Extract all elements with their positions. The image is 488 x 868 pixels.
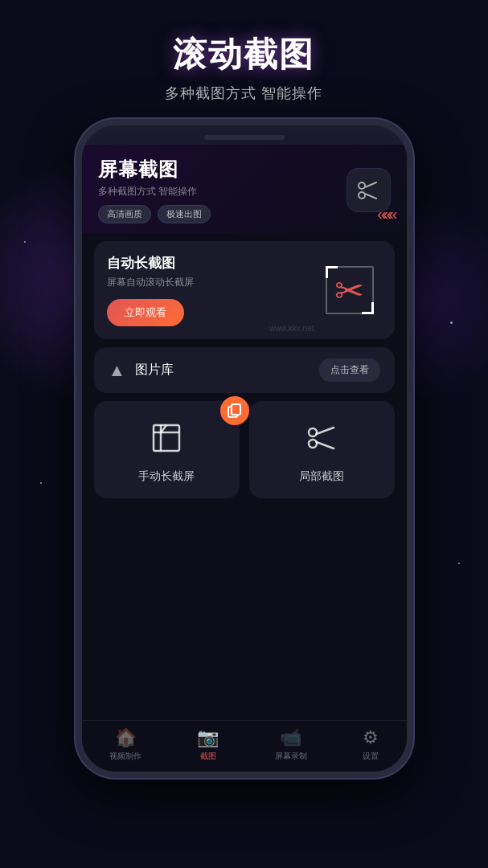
- phone-notch: [204, 135, 285, 140]
- nav-item-record[interactable]: 📹 屏幕录制: [275, 727, 307, 762]
- tag-row: 高清画质 极速出图: [98, 205, 211, 223]
- svg-line-13: [317, 442, 334, 448]
- nav-item-settings[interactable]: ⚙ 设置: [363, 727, 379, 762]
- svg-line-3: [365, 194, 376, 199]
- bottom-grid: 手动长截屏 局部截图: [94, 401, 395, 498]
- nav-label-settings: 设置: [363, 751, 379, 762]
- screenshot-icon: 📷: [197, 727, 219, 748]
- svg-rect-6: [154, 425, 179, 451]
- copy-icon: [228, 403, 242, 418]
- crop-svg-icon: [150, 421, 183, 455]
- gallery-section: ▲ 图片库 点击查看: [94, 347, 395, 393]
- particle: [450, 321, 453, 324]
- particle: [24, 241, 26, 243]
- app-title-row: 屏幕截图 多种截图方式 智能操作 高清画质 极速出图: [98, 157, 391, 223]
- phone-top: [82, 125, 407, 145]
- partial-screenshot-label: 局部截图: [299, 469, 344, 484]
- svg-point-0: [359, 182, 365, 189]
- page-header: 滚动截图 多种截图方式 智能操作: [165, 0, 322, 103]
- tag-speed: 极速出图: [158, 205, 211, 223]
- svg-line-12: [317, 428, 334, 434]
- app-subtitle-text: 多种截图方式 智能操作: [98, 185, 211, 199]
- particle: [458, 563, 460, 564]
- scissors-svg-icon: [305, 421, 338, 455]
- nav-item-video[interactable]: 🏠 视频制作: [109, 727, 141, 762]
- mountain-icon: ▲: [109, 360, 126, 381]
- gallery-view-button[interactable]: 点击查看: [319, 358, 380, 382]
- particle: [40, 482, 42, 484]
- auto-section-left: 自动长截图 屏幕自动滚动长截屏 立即观看: [107, 254, 194, 326]
- scissors-big-icon: ✂: [334, 270, 364, 311]
- svg-point-1: [359, 192, 365, 199]
- manual-screenshot-label: 手动长截屏: [138, 469, 195, 484]
- settings-icon: ⚙: [363, 727, 379, 748]
- auto-section-title: 自动长截图: [107, 254, 194, 272]
- bottom-nav: 🏠 视频制作 📷 截图 📹 屏幕录制 ⚙ 设置: [82, 720, 407, 772]
- home-icon: 🏠: [115, 727, 137, 748]
- orange-badge: [220, 396, 249, 425]
- partial-icon: [305, 421, 338, 460]
- phone-screen: 屏幕截图 多种截图方式 智能操作 高清画质 极速出图: [82, 145, 407, 772]
- scissors-icon: [354, 176, 383, 205]
- svg-line-2: [365, 182, 376, 187]
- auto-section-desc: 屏幕自动滚动长截屏: [107, 276, 194, 289]
- watch-button[interactable]: 立即观看: [107, 299, 184, 326]
- auto-section-icon: ✂: [318, 258, 382, 322]
- nav-label-screenshot: 截图: [200, 751, 216, 762]
- svg-point-10: [309, 428, 317, 436]
- partial-screenshot-item[interactable]: 局部截图: [249, 401, 395, 498]
- app-title-block: 屏幕截图 多种截图方式 智能操作 高清画质 极速出图: [98, 157, 211, 223]
- auto-section: 自动长截图 屏幕自动滚动长截屏 立即观看 ✂ www.kkx.net: [94, 241, 395, 339]
- manual-long-screenshot-item[interactable]: 手动长截屏: [94, 401, 240, 498]
- gallery-left: ▲ 图片库: [109, 360, 174, 381]
- page-title: 滚动截图: [165, 32, 322, 77]
- chevron-left-icon: «««: [377, 205, 394, 223]
- crop-icon: [150, 421, 183, 460]
- nav-label-record: 屏幕录制: [275, 751, 307, 762]
- app-header: 屏幕截图 多种截图方式 智能操作 高清画质 极速出图: [82, 145, 407, 233]
- tag-hd: 高清画质: [98, 205, 151, 223]
- svg-point-11: [309, 440, 317, 448]
- svg-rect-5: [232, 404, 240, 415]
- app-title-text: 屏幕截图: [98, 157, 211, 182]
- watermark: www.kkx.net: [269, 324, 314, 333]
- record-icon: 📹: [280, 727, 301, 748]
- nav-label-video: 视频制作: [109, 751, 141, 762]
- page-subtitle: 多种截图方式 智能操作: [165, 84, 322, 103]
- phone-mockup: 屏幕截图 多种截图方式 智能操作 高清画质 极速出图: [76, 119, 413, 778]
- nav-item-screenshot[interactable]: 📷 截图: [197, 727, 219, 762]
- gallery-label: 图片库: [135, 362, 174, 379]
